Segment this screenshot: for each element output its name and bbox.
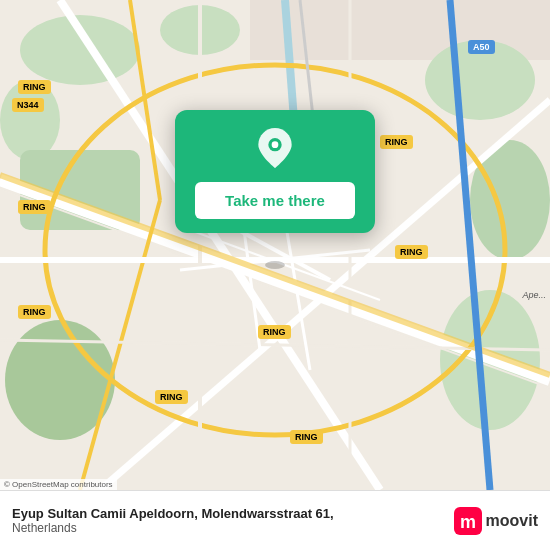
n344-label: N344	[12, 98, 44, 112]
moovit-logo: m moovit	[454, 507, 538, 535]
svg-point-33	[272, 141, 279, 148]
ring-label-7: RING	[155, 390, 188, 404]
bottom-bar: Eyup Sultan Camii Apeldoorn, Molendwarss…	[0, 490, 550, 550]
location-info: Eyup Sultan Camii Apeldoorn, Molendwarss…	[12, 506, 454, 535]
ring-label-1: RING	[18, 80, 51, 94]
svg-line-18	[80, 200, 160, 490]
ring-label-2: RING	[18, 200, 51, 214]
location-card: Take me there	[175, 110, 375, 233]
svg-point-8	[440, 290, 540, 430]
svg-point-7	[470, 140, 550, 260]
location-country: Netherlands	[12, 521, 454, 535]
location-name: Eyup Sultan Camii Apeldoorn, Molendwarss…	[12, 506, 454, 521]
svg-line-17	[130, 0, 160, 200]
ring-label-8: RING	[290, 430, 323, 444]
svg-rect-0	[0, 0, 550, 490]
city-label-right: Ape...	[522, 290, 546, 300]
ring-label-3: RING	[18, 305, 51, 319]
map-container: RING RING RING RING RING RING RING RING …	[0, 0, 550, 490]
take-me-there-button[interactable]: Take me there	[195, 182, 355, 219]
svg-line-24	[180, 250, 370, 270]
a50-label: A50	[468, 40, 495, 54]
svg-rect-1	[0, 0, 250, 490]
svg-point-31	[265, 261, 285, 269]
ring-label-4: RING	[380, 135, 413, 149]
svg-point-10	[5, 320, 115, 440]
svg-line-20	[0, 340, 550, 350]
moovit-icon: m	[454, 507, 482, 535]
svg-text:m: m	[460, 512, 476, 532]
ring-label-5: RING	[395, 245, 428, 259]
svg-line-29	[450, 0, 490, 490]
svg-point-9	[160, 5, 240, 55]
ring-label-6: RING	[258, 325, 291, 339]
svg-point-3	[20, 15, 140, 85]
svg-rect-5	[20, 150, 140, 230]
map-pin-icon	[255, 128, 295, 168]
osm-credit: © OpenStreetMap contributors	[0, 479, 117, 490]
svg-line-27	[190, 230, 380, 300]
moovit-text: moovit	[486, 512, 538, 530]
svg-line-14	[60, 0, 380, 490]
